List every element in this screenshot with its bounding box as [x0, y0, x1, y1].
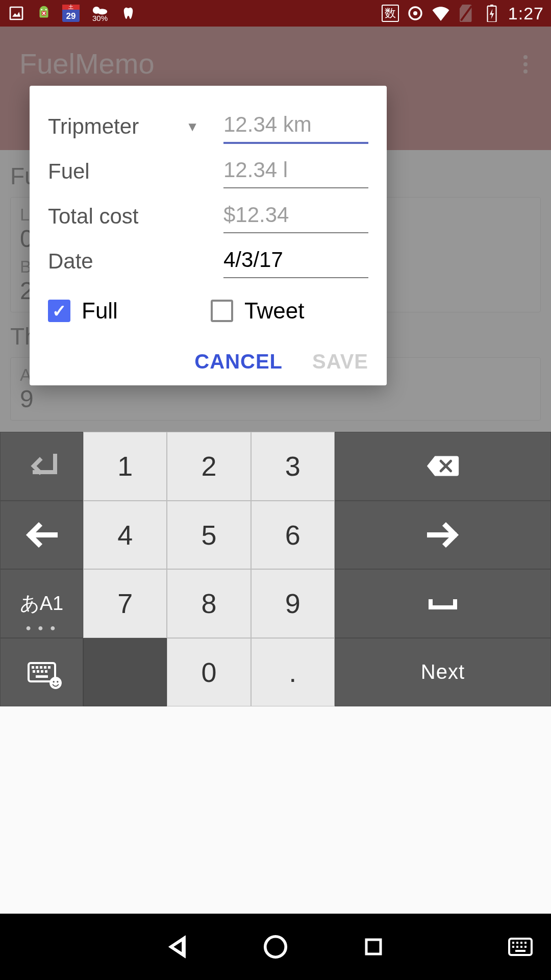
status-time: 1:27 [508, 4, 544, 23]
key-k4[interactable]: 4 [83, 501, 167, 570]
svg-rect-37 [520, 946, 522, 948]
nav-home-button[interactable] [260, 932, 291, 962]
system-navbar [0, 914, 551, 980]
svg-rect-18 [48, 666, 51, 669]
key-mode[interactable]: あA1● ● ● [0, 569, 83, 638]
calendar-29-icon: 土 29 [62, 5, 80, 22]
svg-point-24 [49, 677, 62, 689]
svg-rect-34 [524, 942, 527, 944]
numeric-keyboard: 123456あA1● ● ●7890.Next [0, 432, 551, 706]
svg-rect-15 [36, 666, 38, 669]
key-k7[interactable]: 7 [83, 569, 167, 638]
svg-marker-27 [171, 939, 183, 954]
checkbox-full[interactable]: ✓ Full [48, 298, 206, 324]
key-undo[interactable] [0, 432, 83, 501]
no-sim-icon [457, 4, 475, 22]
total-cost-input[interactable]: $12.34 [223, 200, 368, 233]
svg-rect-33 [520, 942, 522, 944]
svg-point-3 [45, 9, 47, 11]
tripmeter-input[interactable]: 12.34 km [223, 109, 368, 144]
circle-dash-icon [406, 4, 424, 22]
key-k6[interactable]: 6 [251, 501, 335, 570]
svg-point-2 [41, 9, 42, 11]
svg-rect-17 [44, 666, 46, 669]
key-backspace[interactable] [335, 432, 551, 501]
svg-rect-35 [512, 946, 514, 948]
svg-point-28 [265, 937, 286, 958]
key-left[interactable] [0, 501, 83, 570]
cancel-button[interactable]: CANCEL [194, 350, 283, 373]
svg-rect-22 [45, 670, 47, 673]
svg-rect-19 [33, 670, 35, 673]
ime-kanji-icon: 数 [382, 5, 399, 22]
check-icon: ✓ [48, 300, 70, 322]
android-bug-icon [35, 4, 53, 22]
key-k9[interactable]: 9 [251, 569, 335, 638]
svg-rect-31 [512, 942, 514, 944]
svg-rect-23 [36, 675, 48, 678]
key-blank [83, 638, 167, 707]
svg-rect-14 [32, 666, 34, 669]
chevron-down-icon: ▼ [186, 119, 199, 135]
row-total-cost: Total cost $12.34 [48, 194, 368, 239]
weather-30pct-icon: 30% [89, 4, 111, 22]
svg-rect-20 [37, 670, 39, 673]
svg-point-25 [53, 681, 54, 682]
fuel-label: Fuel [48, 159, 90, 184]
tooth-icon [120, 4, 139, 22]
entry-dialog: Tripmeter ▼ 12.34 km Fuel 12.34 l Total … [30, 86, 387, 385]
row-fuel: Fuel 12.34 l [48, 149, 368, 194]
svg-rect-0 [10, 7, 22, 19]
key-space[interactable] [335, 569, 551, 638]
key-k0[interactable]: 0 [167, 638, 251, 707]
row-date: Date 4/3/17 [48, 239, 368, 284]
full-label: Full [82, 298, 118, 324]
svg-rect-32 [516, 942, 518, 944]
tripmeter-label: Tripmeter [48, 114, 139, 139]
nav-ime-switch-button[interactable] [505, 932, 536, 962]
wifi-icon [432, 4, 450, 22]
status-right: 数 1:27 [382, 4, 544, 23]
picture-icon [7, 4, 26, 22]
key-k5[interactable]: 5 [167, 501, 251, 570]
svg-rect-39 [515, 950, 525, 952]
tweet-label: Tweet [244, 298, 304, 324]
battery-charging-icon [483, 4, 501, 22]
key-k3[interactable]: 3 [251, 432, 335, 501]
date-label: Date [48, 249, 93, 274]
key-right[interactable] [335, 501, 551, 570]
svg-rect-11 [490, 5, 493, 6]
row-tripmeter: Tripmeter ▼ 12.34 km [48, 104, 368, 149]
svg-rect-29 [366, 940, 381, 954]
svg-rect-16 [40, 666, 42, 669]
svg-rect-21 [41, 670, 43, 673]
tripmeter-dropdown[interactable]: Tripmeter ▼ [48, 114, 223, 139]
svg-point-26 [57, 681, 58, 682]
checkbox-empty-icon [211, 300, 233, 322]
svg-marker-1 [12, 12, 20, 16]
date-input[interactable]: 4/3/17 [223, 244, 368, 278]
key-k8[interactable]: 8 [167, 569, 251, 638]
svg-rect-38 [524, 946, 527, 948]
key-k2[interactable]: 2 [167, 432, 251, 501]
key-next[interactable]: Next [335, 638, 551, 707]
key-dot[interactable]: . [251, 638, 335, 707]
svg-rect-36 [516, 946, 518, 948]
key-emoji[interactable] [0, 638, 83, 707]
status-bar: 土 29 30% 数 1:27 [0, 0, 551, 27]
save-button[interactable]: SAVE [312, 350, 368, 373]
fuel-input[interactable]: 12.34 l [223, 155, 368, 188]
nav-recents-button[interactable] [358, 932, 389, 962]
checkbox-tweet[interactable]: Tweet [211, 298, 368, 324]
key-k1[interactable]: 1 [83, 432, 167, 501]
total-cost-label: Total cost [48, 204, 138, 229]
svg-point-8 [413, 11, 417, 15]
status-left: 土 29 30% [7, 4, 139, 22]
nav-back-button[interactable] [162, 932, 193, 962]
